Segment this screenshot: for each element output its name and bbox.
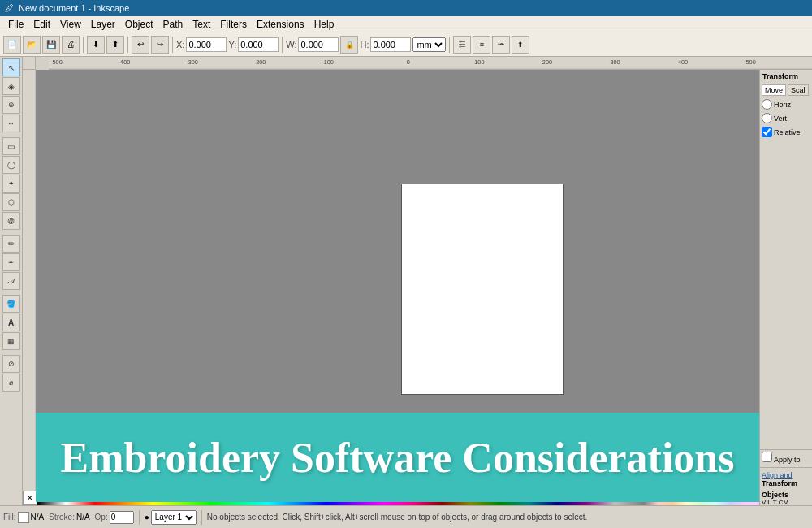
unit-field: mm px in xyxy=(412,37,446,52)
calligraphy-tool-button[interactable]: 𝒜 xyxy=(2,272,20,290)
menu-item-layer[interactable]: Layer xyxy=(86,17,120,32)
menu-item-object[interactable]: Object xyxy=(120,17,158,32)
menu-item-view[interactable]: View xyxy=(55,17,86,32)
align-right-button[interactable]: ⬰ xyxy=(492,36,510,54)
status-sep2 xyxy=(201,510,202,525)
menu-item-extensions[interactable]: Extensions xyxy=(252,17,309,32)
move-tab[interactable]: Move xyxy=(762,84,786,96)
vertical-label: Vert xyxy=(774,115,787,123)
3dbox-tool-button[interactable]: ⬡ xyxy=(2,193,20,211)
paint-bucket-tool-button[interactable]: 🪣 xyxy=(2,295,20,313)
apply-checkbox[interactable] xyxy=(762,452,772,462)
svg-text:200: 200 xyxy=(542,60,552,66)
menu-item-file[interactable]: File xyxy=(3,17,28,32)
menu-item-filters[interactable]: Filters xyxy=(215,17,252,32)
svg-text:-400: -400 xyxy=(119,60,131,66)
w-label: W: xyxy=(286,40,296,50)
gradient-tool-button[interactable]: ▦ xyxy=(2,332,20,350)
horizontal-label: Horiz xyxy=(774,101,791,109)
layer-field: ● Layer 1 xyxy=(145,510,197,525)
menu-item-text[interactable]: Text xyxy=(188,17,215,32)
transform-tabs: Move Scal xyxy=(760,83,812,97)
vertical-radio[interactable] xyxy=(762,113,772,123)
x-input[interactable] xyxy=(186,37,227,52)
svg-text:0: 0 xyxy=(407,60,410,66)
menu-item-edit[interactable]: Edit xyxy=(28,17,55,32)
opacity-field: Op: xyxy=(95,511,134,524)
y-input[interactable] xyxy=(238,37,279,52)
select-tool-button[interactable]: ↖ xyxy=(2,58,20,76)
text-tool-button[interactable]: A xyxy=(2,314,20,331)
svg-text:500: 500 xyxy=(746,60,756,66)
x-label: X: xyxy=(176,40,184,50)
right-panel: Transform Move Scal Horiz Vert xyxy=(759,70,812,517)
measure-tool-button[interactable]: ↔ xyxy=(2,115,20,132)
banner-overlay: Embroidery Software Considerations xyxy=(36,413,759,502)
stroke-value: N/A xyxy=(76,513,90,522)
save-button[interactable]: 💾 xyxy=(42,36,60,54)
stroke-field: Stroke: N/A xyxy=(49,513,89,522)
ruler-corner xyxy=(23,57,36,70)
w-input[interactable] xyxy=(298,37,339,52)
fill-field: Fill: N/A xyxy=(3,512,44,523)
canvas[interactable]: Embroidery Software Considerations xyxy=(36,70,759,517)
redo-button[interactable]: ↪ xyxy=(151,36,169,54)
svg-rect-13 xyxy=(23,70,36,517)
pencil-tool-button[interactable]: ✏ xyxy=(2,235,20,253)
menu-item-path[interactable]: Path xyxy=(158,17,188,32)
align-link[interactable]: Align and xyxy=(762,471,810,479)
sep5 xyxy=(449,37,450,53)
node-tool-button[interactable]: ◈ xyxy=(2,77,20,95)
import-button[interactable]: ⬇ xyxy=(87,36,105,54)
left-ruler xyxy=(23,70,36,517)
banner-text: Embroidery Software Considerations xyxy=(60,434,734,482)
align-center-button[interactable]: ≡ xyxy=(473,36,490,54)
transform-link[interactable]: Transform xyxy=(762,479,810,487)
relative-label: Relative xyxy=(774,128,801,136)
svg-text:-300: -300 xyxy=(186,60,198,66)
export-button[interactable]: ⬆ xyxy=(106,36,124,54)
toolbox: ↖ ◈ ⊕ ↔ ▭ ◯ ✦ ⬡ @ ✏ ✒ 𝒜 🪣 A ▦ ⊘ ⌀ xyxy=(0,57,23,528)
toolbar: 📄 📂 💾 🖨 ⬇ ⬆ ↩ ↪ X: Y: W: 🔒 H: mm px in ⬱… xyxy=(0,32,812,57)
star-tool-button[interactable]: ✦ xyxy=(2,175,20,193)
undo-button[interactable]: ↩ xyxy=(132,36,149,54)
opacity-input[interactable] xyxy=(110,511,134,524)
fill-value: N/A xyxy=(31,513,45,522)
ellipse-tool-button[interactable]: ◯ xyxy=(2,156,20,174)
apply-label: Apply to xyxy=(774,456,801,464)
document-page xyxy=(401,184,564,395)
h-input[interactable] xyxy=(370,37,411,52)
align-section: Align and Transform xyxy=(760,470,812,489)
spiral-tool-button[interactable]: @ xyxy=(2,212,20,230)
new-button[interactable]: 📄 xyxy=(3,36,21,54)
sep1 xyxy=(83,37,84,53)
svg-text:400: 400 xyxy=(678,60,688,66)
open-button[interactable]: 📂 xyxy=(23,36,41,54)
layer-icon: ● xyxy=(145,513,149,522)
sep4 xyxy=(282,37,283,53)
status-sep1 xyxy=(139,510,140,525)
svg-text:-200: -200 xyxy=(254,60,266,66)
menu-item-help[interactable]: Help xyxy=(309,17,339,32)
relative-checkbox[interactable] xyxy=(762,127,772,137)
align-top-button[interactable]: ⬆ xyxy=(512,36,529,54)
layer-select[interactable]: Layer 1 xyxy=(151,510,197,525)
align-left-button[interactable]: ⬱ xyxy=(453,36,471,54)
menubar: FileEditViewLayerObjectPathTextFiltersEx… xyxy=(0,16,812,32)
lock-aspect-button[interactable]: 🔒 xyxy=(340,36,358,54)
fill-label: Fill: xyxy=(3,513,16,522)
scale-tab[interactable]: Scal xyxy=(788,84,809,96)
pen-tool-button[interactable]: ✒ xyxy=(2,253,20,271)
svg-text:-100: -100 xyxy=(322,60,334,66)
rect-tool-button[interactable]: ▭ xyxy=(2,137,20,155)
horizontal-radio[interactable] xyxy=(762,99,772,110)
zoom-tool-button[interactable]: ⊕ xyxy=(2,96,20,114)
eyedropper-tool-button[interactable]: ⊘ xyxy=(2,355,20,373)
x-field: X: xyxy=(176,37,227,52)
unit-select[interactable]: mm px in xyxy=(412,37,446,52)
print-button[interactable]: 🖨 xyxy=(62,36,80,54)
app-icon: 🖊 xyxy=(5,3,14,13)
connector-tool-button[interactable]: ⌀ xyxy=(2,374,20,392)
svg-text:300: 300 xyxy=(610,60,620,66)
h-field: H: xyxy=(360,37,411,52)
